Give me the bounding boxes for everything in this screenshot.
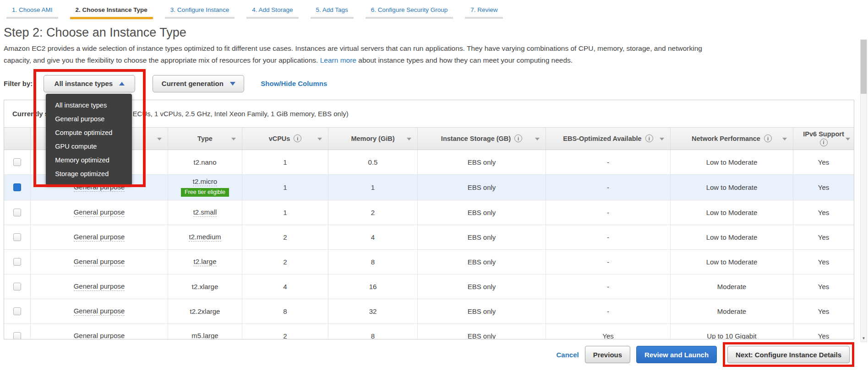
row-checkbox[interactable] bbox=[13, 307, 21, 315]
family-cell[interactable]: General purpose bbox=[74, 208, 125, 217]
sort-caret-icon bbox=[846, 138, 850, 140]
tab-label: 2. Choose Instance Type bbox=[70, 4, 153, 17]
table-row-t2large[interactable]: General purpose t2.large 2 8 EBS only - … bbox=[4, 250, 854, 274]
row-checkbox[interactable] bbox=[13, 332, 21, 339]
tab-underline bbox=[366, 17, 453, 19]
ec2-launch-wizard-page: 1. Choose AMI 2. Choose Instance Type 3.… bbox=[0, 0, 868, 371]
wizard-step-tabs: 1. Choose AMI 2. Choose Instance Type 3.… bbox=[0, 0, 868, 19]
tab-label: 7. Review bbox=[465, 4, 503, 17]
instance-type-filter-dropdown[interactable]: All instance types bbox=[44, 75, 135, 92]
info-icon[interactable]: i bbox=[514, 134, 522, 142]
menu-item-compute-optimized[interactable]: Compute optimized bbox=[46, 126, 132, 140]
family-cell[interactable]: General purpose bbox=[74, 258, 125, 266]
header-instance-storage[interactable]: Instance Storage (GB) i bbox=[417, 128, 546, 150]
tab-underline bbox=[165, 17, 235, 19]
info-icon[interactable]: i bbox=[645, 134, 653, 142]
generation-filter-dropdown[interactable]: Current generation bbox=[153, 75, 244, 92]
tab-configure-security-group[interactable]: 6. Configure Security Group bbox=[366, 4, 453, 19]
type-cell[interactable]: t2.small bbox=[193, 208, 217, 217]
info-icon[interactable]: i bbox=[820, 139, 828, 146]
family-cell[interactable]: General purpose bbox=[74, 233, 125, 242]
type-cell[interactable]: t2.micro bbox=[193, 177, 217, 186]
tab-label: 4. Add Storage bbox=[246, 4, 298, 17]
tab-label: 3. Configure Instance bbox=[165, 4, 235, 17]
type-cell[interactable]: m5.large bbox=[191, 332, 218, 339]
page-description: Amazon EC2 provides a wide selection of … bbox=[4, 43, 711, 67]
filter-by-label: Filter by: bbox=[4, 80, 33, 87]
tab-label: 6. Configure Security Group bbox=[366, 4, 453, 17]
table-row-t22xlarge[interactable]: General purpose t2.2xlarge 8 32 EBS only… bbox=[4, 299, 854, 324]
sort-caret-icon bbox=[157, 138, 162, 140]
sort-caret-icon bbox=[407, 138, 411, 140]
menu-item-memory-optimized[interactable]: Memory optimized bbox=[46, 153, 132, 167]
show-hide-columns-link[interactable]: Show/Hide Columns bbox=[261, 80, 327, 87]
caret-down-icon bbox=[230, 82, 235, 86]
menu-item-all-instance-types[interactable]: All instance types bbox=[46, 98, 132, 112]
info-icon[interactable]: i bbox=[764, 134, 772, 142]
table-row-t2small[interactable]: General purpose t2.small 1 2 EBS only - … bbox=[4, 200, 854, 225]
scrollbar-thumb[interactable] bbox=[861, 40, 867, 94]
row-checkbox[interactable] bbox=[13, 258, 21, 266]
sort-caret-icon bbox=[535, 138, 540, 140]
caret-up-icon bbox=[119, 82, 125, 86]
header-network-performance[interactable]: Network Performance i bbox=[670, 128, 793, 150]
active-tab-underline bbox=[70, 17, 153, 19]
menu-item-storage-optimized[interactable]: Storage optimized bbox=[46, 167, 132, 181]
sort-caret-icon bbox=[660, 138, 664, 140]
table-row-m5large-clipped[interactable]: General purpose m5.large 2 8 EBS only Ye… bbox=[4, 324, 854, 339]
row-checkbox-checked[interactable] bbox=[13, 183, 21, 191]
instance-type-filter-value: All instance types bbox=[55, 80, 113, 87]
header-vcpus[interactable]: vCPUs i bbox=[242, 128, 328, 150]
row-checkbox[interactable] bbox=[13, 209, 21, 216]
type-cell: t2.nano bbox=[193, 158, 216, 166]
free-tier-badge: Free tier eligible bbox=[181, 188, 229, 197]
generation-filter-value: Current generation bbox=[162, 80, 224, 87]
tab-label: 5. Add Tags bbox=[311, 4, 354, 17]
family-cell[interactable]: General purpose bbox=[74, 282, 125, 291]
instance-type-filter-wrapper: All instance types All instance types Ge… bbox=[44, 75, 135, 92]
family-cell[interactable]: General purpose bbox=[74, 332, 125, 339]
family-cell[interactable]: General purpose bbox=[74, 307, 125, 316]
review-and-launch-button[interactable]: Review and Launch bbox=[636, 346, 717, 363]
type-cell: t2.2xlarge bbox=[190, 307, 220, 315]
type-cell[interactable]: t2.medium bbox=[189, 233, 221, 242]
annotation-red-box-next: Next: Configure Instance Details bbox=[723, 342, 854, 367]
menu-item-general-purpose[interactable]: General purpose bbox=[46, 112, 132, 126]
tab-underline bbox=[311, 17, 354, 19]
table-row-t2medium[interactable]: General purpose t2.medium 2 4 EBS only -… bbox=[4, 225, 854, 250]
row-checkbox[interactable] bbox=[13, 158, 21, 166]
page-title: Step 2: Choose an Instance Type bbox=[4, 26, 868, 40]
tab-configure-instance[interactable]: 3. Configure Instance bbox=[165, 4, 235, 19]
vertical-scrollbar[interactable]: ▼ bbox=[860, 39, 867, 342]
description-tail-text: about instance types and how they can me… bbox=[358, 56, 573, 64]
tab-label: 1. Choose AMI bbox=[6, 4, 58, 17]
tab-underline bbox=[6, 17, 58, 19]
tab-add-storage[interactable]: 4. Add Storage bbox=[246, 4, 298, 19]
header-ebs-optimized[interactable]: EBS-Optimized Available i bbox=[546, 128, 670, 150]
sort-caret-icon bbox=[782, 138, 787, 140]
menu-item-gpu-compute[interactable]: GPU compute bbox=[46, 140, 132, 153]
header-ipv6-support[interactable]: IPv6 Support i bbox=[793, 128, 854, 150]
row-checkbox[interactable] bbox=[13, 283, 21, 290]
row-checkbox[interactable] bbox=[13, 233, 21, 241]
tab-choose-instance-type[interactable]: 2. Choose Instance Type bbox=[70, 4, 153, 19]
sort-caret-icon bbox=[317, 138, 322, 140]
next-configure-instance-details-button[interactable]: Next: Configure Instance Details bbox=[727, 346, 850, 363]
table-row-t2xlarge[interactable]: General purpose t2.xlarge 4 16 EBS only … bbox=[4, 274, 854, 299]
tab-choose-ami[interactable]: 1. Choose AMI bbox=[6, 4, 58, 19]
type-cell[interactable]: t2.large bbox=[193, 258, 216, 266]
sort-caret-icon bbox=[231, 138, 236, 140]
tab-add-tags[interactable]: 5. Add Tags bbox=[311, 4, 354, 19]
previous-button[interactable]: Previous bbox=[585, 346, 630, 363]
header-checkbox-column bbox=[4, 128, 30, 150]
type-cell: t2.xlarge bbox=[192, 283, 218, 290]
scroll-down-arrow-icon[interactable]: ▼ bbox=[861, 334, 867, 342]
wizard-footer: Cancel Previous Review and Launch Next: … bbox=[556, 342, 854, 367]
tab-review[interactable]: 7. Review bbox=[465, 4, 503, 19]
instance-type-filter-menu: All instance types General purpose Compu… bbox=[46, 94, 132, 185]
header-memory[interactable]: Memory (GiB) bbox=[328, 128, 417, 150]
cancel-link[interactable]: Cancel bbox=[556, 351, 579, 359]
header-type[interactable]: Type bbox=[168, 128, 242, 150]
learn-more-link[interactable]: Learn more bbox=[320, 56, 356, 64]
info-icon[interactable]: i bbox=[294, 134, 301, 142]
